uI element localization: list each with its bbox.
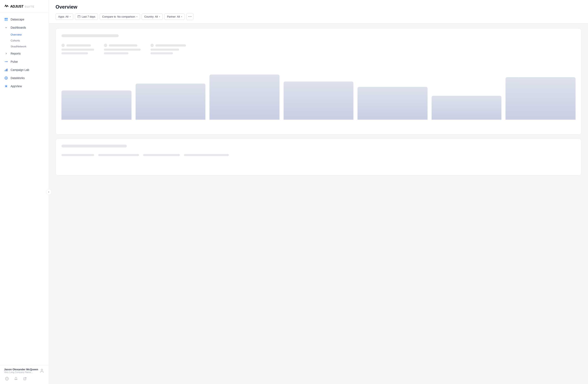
footer-actions: ? (4, 376, 45, 382)
bar-5 (357, 87, 427, 120)
dataworks-label: DataWorks (11, 76, 25, 80)
appview-icon (4, 84, 8, 88)
sidebar-footer: Jason Olexander McQueen Very Long Compan… (0, 365, 49, 384)
apps-filter-value: All (65, 15, 68, 18)
stat-icon-3 (150, 44, 154, 47)
nav-group-dashboards[interactable]: Dashboards (0, 23, 49, 32)
campaign-lab-icon (4, 68, 8, 72)
stat-line-2c (104, 52, 128, 54)
pulse-icon (4, 60, 8, 64)
bar-2 (136, 84, 206, 120)
content-area (49, 23, 588, 384)
compare-filter-label: Compare to (102, 15, 116, 18)
svg-rect-20 (78, 16, 80, 18)
cohorts-label: Cohorts (11, 39, 20, 42)
skadnetwork-label: SkadNetwork (11, 45, 26, 48)
nav-group-reports[interactable]: Reports (0, 49, 49, 58)
svg-point-22 (190, 16, 190, 17)
sidebar: ADJUST SUITE Datascape D (0, 0, 49, 384)
svg-rect-16 (5, 85, 7, 87)
sidebar-item-overview[interactable]: Overview (0, 32, 49, 38)
svg-rect-10 (5, 70, 5, 71)
main-content: Overview Apps All ▾ Last 7 days (49, 0, 588, 384)
overview-label: Overview (11, 33, 22, 36)
stat-icon-2 (104, 44, 107, 47)
calendar-icon (78, 15, 81, 18)
more-options-icon (188, 16, 191, 17)
bottom-col-2 (98, 154, 139, 156)
sidebar-navigation: Datascape Dashboards Overview Cohorts Sk… (0, 13, 49, 365)
more-options-button[interactable] (186, 13, 193, 20)
dataworks-icon (4, 76, 8, 80)
compare-filter-button[interactable]: Compare to No comparison ▾ (100, 14, 140, 20)
country-chevron-icon: ▾ (159, 16, 160, 18)
svg-rect-12 (7, 69, 7, 71)
overview-chart-card (56, 28, 582, 135)
sidebar-item-cohorts[interactable]: Cohorts (0, 38, 49, 43)
bar-6 (432, 96, 502, 120)
sidebar-collapse-button[interactable] (46, 189, 52, 195)
bottom-col-3 (143, 154, 180, 156)
country-filter-value: All (155, 15, 158, 18)
partner-filter-label: Partner (167, 15, 176, 18)
stats-row (62, 44, 576, 54)
help-button[interactable]: ? (4, 376, 10, 382)
page-title: Overview (56, 4, 582, 10)
apps-filter-button[interactable]: Apps All ▾ (56, 14, 73, 20)
adjust-logo: ADJUST SUITE (4, 4, 35, 9)
external-link-button[interactable] (22, 376, 28, 382)
partner-filter-value: All (177, 15, 180, 18)
partner-chevron-icon: ▾ (181, 16, 182, 18)
compare-chevron-icon: ▾ (136, 16, 137, 18)
partner-filter-button[interactable]: Partner All ▾ (164, 14, 185, 20)
svg-point-7 (5, 62, 5, 62)
stat-icon-1 (62, 44, 65, 47)
country-filter-button[interactable]: Country All ▾ (142, 14, 163, 20)
chart-title-skeleton (62, 34, 119, 37)
date-filter-button[interactable]: Last 7 days (75, 14, 98, 20)
bottom-col-4 (184, 154, 229, 156)
svg-rect-2 (5, 20, 6, 21)
chart-bars-skeleton (62, 63, 576, 120)
stat-line-3a (155, 44, 186, 46)
sidebar-item-skadnetwork[interactable]: SkadNetwork (0, 43, 49, 49)
logo-area: ADJUST SUITE (0, 0, 49, 13)
sidebar-item-pulse[interactable]: Pulse (0, 58, 49, 66)
dashboards-collapse-icon (4, 25, 8, 30)
appview-label: AppView (11, 85, 22, 88)
stat-line-2b (104, 49, 141, 51)
apps-filter-label: Apps (58, 15, 64, 18)
user-info-area: Jason Olexander McQueen Very Long Compan… (4, 368, 45, 373)
campaign-lab-label: Campaign Lab (11, 68, 29, 71)
sidebar-item-datascape[interactable]: Datascape (0, 15, 49, 23)
adjust-logo-icon (4, 4, 9, 9)
svg-rect-11 (6, 69, 6, 71)
sidebar-item-appview[interactable]: AppView (0, 82, 49, 90)
svg-point-8 (6, 62, 6, 62)
svg-point-21 (189, 16, 189, 17)
notifications-button[interactable] (13, 376, 19, 382)
stat-line-2a (109, 44, 137, 46)
user-details: Jason Olexander McQueen Very Long Compan… (4, 368, 39, 373)
sidebar-item-campaign-lab[interactable]: Campaign Lab (0, 66, 49, 74)
bar-1 (62, 90, 131, 120)
user-name: Jason Olexander McQueen (4, 368, 39, 371)
stat-item-1 (62, 44, 94, 54)
svg-rect-3 (6, 20, 8, 21)
sidebar-item-dataworks[interactable]: DataWorks (0, 74, 49, 82)
apps-chevron-icon: ▾ (70, 16, 71, 18)
bar-3 (210, 75, 279, 120)
suite-label: SUITE (25, 5, 35, 8)
stat-item-2 (104, 44, 141, 54)
brand-name: ADJUST (10, 4, 23, 9)
bar-7 (505, 77, 576, 120)
svg-text:?: ? (6, 378, 8, 380)
bar-4 (284, 82, 354, 120)
date-filter-value: Last 7 days (82, 15, 95, 18)
pulse-label: Pulse (11, 60, 18, 63)
chart-header-skeleton (62, 34, 576, 37)
bottom-card-title-skeleton (62, 145, 127, 148)
user-avatar-icon[interactable] (39, 368, 45, 373)
stat-line-3c (150, 52, 173, 54)
page-header: Overview Apps All ▾ Last 7 days (49, 0, 588, 23)
